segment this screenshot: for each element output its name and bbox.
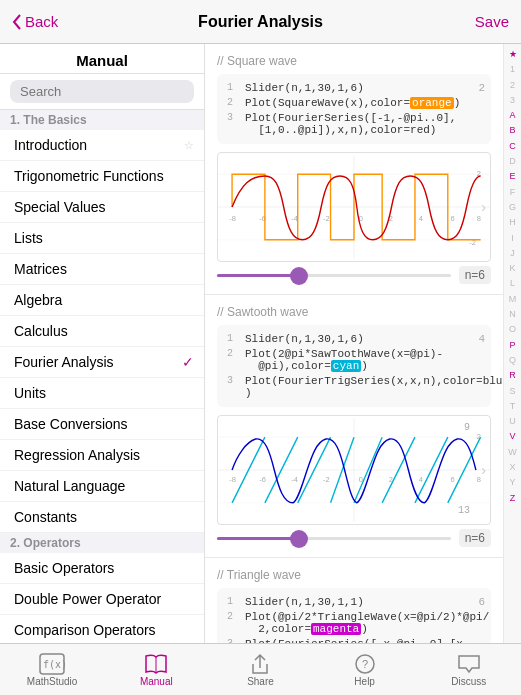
sidebar-item-comparison[interactable]: Comparison Operators [0, 615, 204, 643]
tab-share-label: Share [247, 676, 274, 687]
margin-star[interactable]: ★ [509, 47, 517, 62]
margin-G[interactable]: G [509, 200, 516, 215]
margin-2[interactable]: 2 [510, 78, 515, 93]
line-num: 2 [227, 611, 239, 635]
sidebar-item-regression[interactable]: Regression Analysis [0, 440, 204, 471]
line-num: 1 [227, 333, 239, 345]
svg-text:-6: -6 [259, 475, 266, 484]
tab-share[interactable]: Share [230, 653, 290, 687]
tab-help[interactable]: ? Help [335, 653, 395, 687]
svg-text:?: ? [362, 658, 368, 670]
help-icon: ? [352, 653, 378, 675]
tab-manual[interactable]: Manual [126, 653, 186, 687]
tab-help-label: Help [354, 676, 375, 687]
code-text: Plot(FourierSeries([-x,@pi..0],[x, 0..@p… [245, 638, 469, 643]
sidebar-item-base-conversions[interactable]: Base Conversions [0, 409, 204, 440]
svg-text:4: 4 [419, 214, 423, 223]
sidebar-item-matrices[interactable]: Matrices [0, 254, 204, 285]
svg-text:-8: -8 [229, 475, 236, 484]
sidebar-item-constants[interactable]: Constants [0, 502, 204, 533]
margin-P[interactable]: P [509, 338, 515, 353]
margin-O[interactable]: O [509, 322, 516, 337]
margin-Q[interactable]: Q [509, 353, 516, 368]
back-button[interactable]: Back [12, 13, 82, 30]
line-num-right-13: 13 [458, 505, 470, 516]
sidebar-item-lists[interactable]: Lists [0, 223, 204, 254]
sidebar-item-introduction[interactable]: Introduction ☆ [0, 130, 204, 161]
sidebar-item-natural-language[interactable]: Natural Language [0, 471, 204, 502]
margin-K[interactable]: K [509, 261, 515, 276]
sidebar-item-fourier[interactable]: Fourier Analysis ✓ [0, 347, 204, 378]
margin-T[interactable]: T [510, 399, 516, 414]
margin-B[interactable]: B [509, 123, 515, 138]
sawtooth-wave-code: 4 1 Slider(n,1,30,1,6) 2 Plot(2@pi*SawTo… [217, 325, 491, 407]
sidebar-item-special-values[interactable]: Special Values [0, 192, 204, 223]
tab-manual-label: Manual [140, 676, 173, 687]
margin-A[interactable]: A [509, 108, 515, 123]
saw-code-line-1: 1 Slider(n,1,30,1,6) [227, 333, 481, 345]
header-title: Fourier Analysis [82, 13, 439, 31]
sawtooth-n-label: n=6 [459, 529, 491, 547]
square-line-count: 2 [478, 82, 485, 94]
sidebar-item-algebra[interactable]: Algebra [0, 285, 204, 316]
margin-S[interactable]: S [509, 384, 515, 399]
line-num: 2 [227, 97, 239, 109]
margin-L[interactable]: L [510, 276, 515, 291]
square-wave-svg: -8 -6 -4 -2 0 2 4 6 8 2 -2 [218, 153, 490, 261]
saw-code-line-3: 3 Plot(FourierTrigSeries(x,x,n),color=bl… [227, 375, 481, 387]
search-input[interactable] [10, 80, 194, 103]
margin-Z[interactable]: Z [510, 491, 516, 506]
tab-mathstudio[interactable]: f(x) MathStudio [22, 653, 82, 687]
svg-text:-2: -2 [323, 214, 330, 223]
square-wave-slider[interactable] [217, 274, 451, 277]
triangle-line-count: 6 [478, 596, 485, 608]
sidebar-item-calculus[interactable]: Calculus [0, 316, 204, 347]
margin-U[interactable]: U [509, 414, 516, 429]
svg-text:-4: -4 [291, 475, 298, 484]
sidebar-item-double-power[interactable]: Double Power Operator [0, 584, 204, 615]
code-text: Plot(FourierSeries([-1,-@pi..0], [1,0..@… [245, 112, 456, 136]
content-scroll[interactable]: // Square wave 2 1 Slider(n,1,30,1,6) 2 … [205, 44, 503, 643]
sawtooth-slider-row: n=6 [217, 529, 491, 547]
line-num: 3 [227, 375, 239, 387]
sidebar-item-units[interactable]: Units [0, 378, 204, 409]
margin-R[interactable]: R [509, 368, 516, 383]
sidebar-section-operators: 2. Operators [0, 533, 204, 553]
svg-text:-8: -8 [229, 214, 236, 223]
margin-I[interactable]: I [511, 231, 514, 246]
svg-text:-2: -2 [323, 475, 330, 484]
triangle-wave-code: 6 1 Slider(n,1,30,1,1) 2 Plot(@pi/2*Tria… [217, 588, 491, 643]
svg-text:-4: -4 [291, 214, 298, 223]
sawtooth-chart-nav[interactable]: › [481, 462, 486, 478]
tab-discuss[interactable]: Discuss [439, 653, 499, 687]
save-button[interactable]: Save [439, 13, 509, 30]
margin-M[interactable]: M [509, 292, 517, 307]
margin-F[interactable]: F [510, 185, 516, 200]
right-margin: ★ 1 2 3 A B C D E F G H I J K L M N O P … [503, 44, 521, 643]
margin-N[interactable]: N [509, 307, 516, 322]
margin-Y[interactable]: Y [509, 475, 515, 490]
margin-H[interactable]: H [509, 215, 516, 230]
margin-C[interactable]: C [509, 139, 516, 154]
margin-J[interactable]: J [510, 246, 515, 261]
sawtooth-slider[interactable] [217, 537, 451, 540]
code-text: Slider(n,1,30,1,6) [245, 333, 364, 345]
margin-D[interactable]: D [509, 154, 516, 169]
svg-text:8: 8 [477, 214, 481, 223]
line-num: 3 [227, 112, 239, 136]
sawtooth-wave-svg: -8 -6 -4 -2 0 2 4 6 8 2 [218, 416, 490, 524]
margin-3[interactable]: 3 [510, 93, 515, 108]
tab-bar: f(x) MathStudio Manual Share ? Help Disc… [0, 643, 521, 695]
tab-mathstudio-label: MathStudio [27, 676, 78, 687]
margin-E[interactable]: E [509, 169, 515, 184]
sidebar-item-basic-operators[interactable]: Basic Operators [0, 553, 204, 584]
chart-nav-right[interactable]: › [481, 199, 486, 215]
margin-V[interactable]: V [509, 429, 515, 444]
margin-W[interactable]: W [508, 445, 517, 460]
square-wave-block: // Square wave 2 1 Slider(n,1,30,1,6) 2 … [205, 44, 503, 295]
margin-1[interactable]: 1 [510, 62, 515, 77]
svg-text:f(x): f(x) [43, 659, 65, 670]
margin-X[interactable]: X [509, 460, 515, 475]
sawtooth-wave-title: // Sawtooth wave [217, 305, 491, 319]
sidebar-item-trig[interactable]: Trigonometric Functions [0, 161, 204, 192]
